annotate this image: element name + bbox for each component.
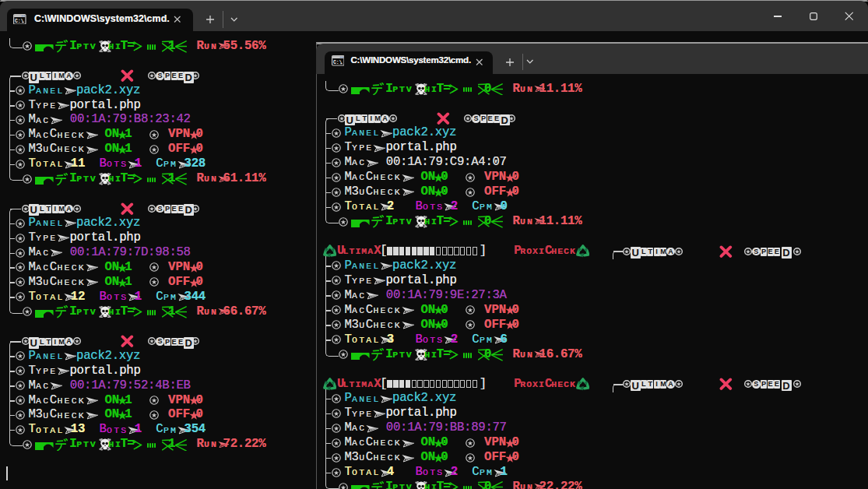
svg-text:C:\: C:\ <box>15 18 24 23</box>
svg-text:C:\: C:\ <box>333 60 343 65</box>
